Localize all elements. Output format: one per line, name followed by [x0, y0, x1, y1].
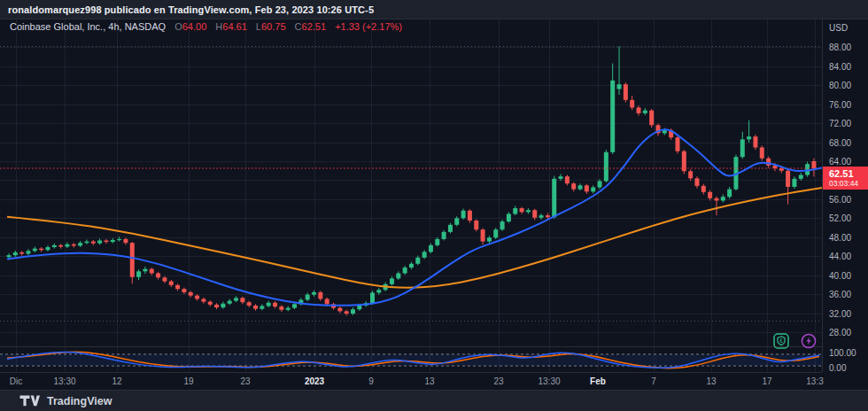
time-axis-label: Dic: [10, 376, 22, 386]
price-axis-label: 80.00: [829, 81, 851, 90]
price-axis-label: 88.00: [829, 43, 851, 52]
last-price-badge: 62.51 03:03:44: [823, 167, 868, 190]
symbol-title: Coinbase Global, Inc., 4h, NASDAQ: [10, 21, 166, 32]
price-axis-label: 44.00: [829, 252, 851, 261]
candles: [7, 46, 817, 315]
time-axis-label: Feb: [590, 376, 606, 386]
time-axis-label: 13:30: [53, 376, 75, 386]
price-axis-currency: USD: [829, 23, 848, 33]
time-axis-label: 13: [706, 376, 716, 386]
open-label: O: [174, 21, 182, 32]
price-axis-label: 68.00: [829, 137, 851, 147]
symbol-legend: Coinbase Global, Inc., 4h, NASDAQ O64.00…: [10, 21, 402, 32]
tradingview-brand[interactable]: TradingView: [47, 395, 112, 407]
svg-text:£: £: [779, 337, 783, 344]
high-value: 64.61: [222, 21, 247, 32]
price-axis-label: 28.00: [829, 327, 851, 337]
price-axis-label: 48.00: [829, 232, 851, 242]
time-axis-label: 13: [424, 376, 434, 386]
close-value: 62.51: [302, 21, 327, 32]
price-axis-label: 40.00: [829, 270, 851, 280]
stochastic-panel: [0, 352, 822, 368]
price-axis-label: 52.00: [829, 213, 851, 223]
price-axis-label: 56.00: [829, 194, 851, 204]
close-label: C: [295, 21, 302, 32]
lightning-icon[interactable]: [801, 333, 817, 349]
price-axis[interactable]: USD 62.51 03:03:44 88.0084.0080.0076.007…: [822, 19, 868, 372]
price-axis-label: 36.00: [829, 290, 851, 299]
publish-bar: ronaldomarquez998 publicado en TradingVi…: [0, 0, 868, 19]
open-value: 64.00: [182, 21, 207, 32]
time-axis-label: 13:3: [806, 376, 823, 386]
time-axis-label: 2023: [305, 376, 324, 386]
price-chart-svg[interactable]: [0, 0, 868, 411]
change-value: +1.33 (+2.17%): [335, 21, 402, 32]
tradingview-logo-icon[interactable]: [19, 394, 41, 407]
price-axis-label: 64.00: [829, 157, 851, 167]
bar-countdown: 03:03:44: [829, 179, 868, 188]
price-axis-label: 32.00: [829, 308, 851, 318]
indicator-axis-label: 0.00: [829, 363, 846, 373]
fast-ma-line: [7, 129, 822, 306]
price-axis-label: 72.00: [829, 119, 851, 128]
tradingview-snapshot: ronaldomarquez998 publicado en TradingVi…: [0, 0, 868, 411]
time-axis-label: 13:30: [538, 376, 560, 386]
time-axis-label: 12: [112, 376, 121, 386]
price-axis-label: 76.00: [829, 99, 851, 109]
footer-bar: TradingView: [0, 390, 868, 411]
last-price-value: 62.51: [829, 168, 868, 179]
price-axis-label: 84.00: [829, 61, 851, 71]
time-axis-label: 23: [240, 376, 250, 386]
time-axis-label: 9: [368, 376, 374, 386]
time-axis-label: 17: [762, 376, 771, 386]
indicator-axis-label: 100.00: [829, 348, 856, 358]
time-axis[interactable]: Dic13:3012192320239132313:30Feb7131713:3: [0, 372, 822, 391]
time-axis-label: 23: [493, 376, 503, 386]
low-value: 60.75: [261, 21, 286, 32]
time-axis-label: 7: [651, 376, 656, 386]
publish-text: ronaldomarquez998 publicado en TradingVi…: [8, 4, 374, 15]
time-axis-label: 19: [183, 376, 193, 386]
grid-lines: [0, 19, 822, 372]
shield-badge-icon[interactable]: £: [773, 333, 789, 349]
